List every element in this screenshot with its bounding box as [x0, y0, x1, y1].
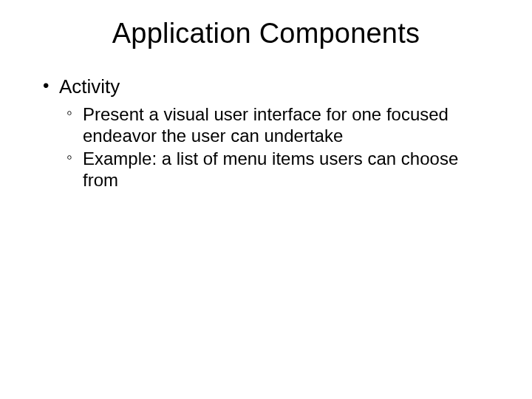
- slide-content: Activity Present a visual user interface…: [0, 50, 532, 191]
- slide: Application Components Activity Present …: [0, 0, 532, 399]
- bullet-level1: Activity: [40, 75, 492, 99]
- bullet-level2: Present a visual user interface for one …: [40, 103, 492, 147]
- slide-title: Application Components: [0, 0, 532, 50]
- bullet-level2: Example: a list of menu items users can …: [40, 148, 492, 191]
